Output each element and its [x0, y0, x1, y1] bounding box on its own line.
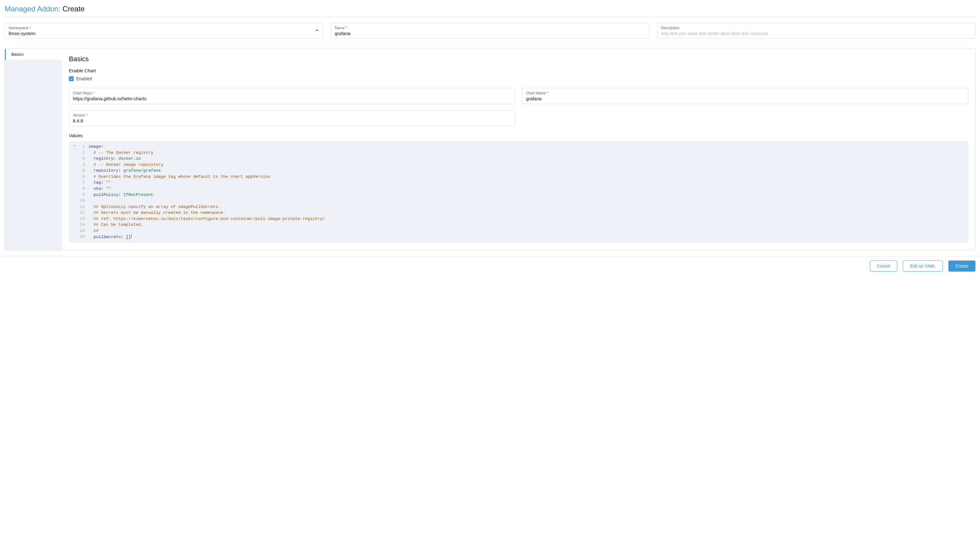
chart-repo-input[interactable]	[73, 96, 511, 101]
chart-name-input[interactable]	[526, 96, 964, 101]
yaml-editor[interactable]: ▾1image: 2 # -- The Docker registry 3 re…	[69, 141, 968, 243]
create-button[interactable]: Create	[948, 260, 975, 272]
basics-heading: Basics	[69, 55, 968, 63]
page-title: Managed Addon: Create	[5, 5, 975, 13]
namespace-select[interactable]: Namespace *	[5, 23, 323, 39]
version-input[interactable]	[73, 118, 511, 123]
tab-content: Basics Enable Chart Enabled Chart Repo *…	[62, 49, 975, 250]
divider	[5, 17, 975, 17]
edit-yaml-button[interactable]: Edit as YAML	[903, 260, 943, 272]
chart-repo-label: Chart Repo *	[73, 91, 511, 96]
cancel-button[interactable]: Cancel	[870, 260, 897, 272]
name-field[interactable]: Name *	[331, 23, 649, 39]
description-label: Description	[661, 26, 971, 30]
enabled-checkbox-row: Enabled	[69, 76, 968, 81]
top-field-row: Namespace * Name * Description	[5, 23, 975, 39]
version-label: Version *	[73, 113, 511, 118]
name-label: Name *	[335, 26, 645, 30]
chart-repo-field[interactable]: Chart Repo *	[69, 88, 515, 104]
enabled-checkbox[interactable]	[69, 76, 74, 81]
version-field[interactable]: Version *	[69, 110, 515, 126]
name-input[interactable]	[335, 31, 645, 36]
description-field[interactable]: Description	[657, 23, 975, 39]
chart-name-field[interactable]: Chart Name *	[522, 88, 968, 104]
page-action: Create	[60, 5, 85, 13]
enabled-label: Enabled	[76, 76, 92, 81]
chart-fields-row: Chart Repo * Chart Name *	[69, 88, 968, 104]
tab-basics[interactable]: Basics	[5, 49, 62, 60]
version-row: Version *	[69, 110, 968, 126]
enable-chart-heading: Enable Chart	[69, 68, 968, 73]
breadcrumb-link[interactable]: Managed Addon:	[5, 5, 60, 13]
chart-name-label: Chart Name *	[526, 91, 964, 96]
values-heading: Values	[69, 133, 968, 138]
namespace-input[interactable]	[9, 31, 319, 36]
tab-list: Basics	[5, 49, 62, 250]
tabbed-area: Basics Basics Enable Chart Enabled Chart…	[5, 49, 975, 250]
namespace-label: Namespace *	[9, 26, 319, 30]
footer-bar: Cancel Edit as YAML Create	[0, 256, 980, 276]
description-input[interactable]	[661, 31, 971, 36]
